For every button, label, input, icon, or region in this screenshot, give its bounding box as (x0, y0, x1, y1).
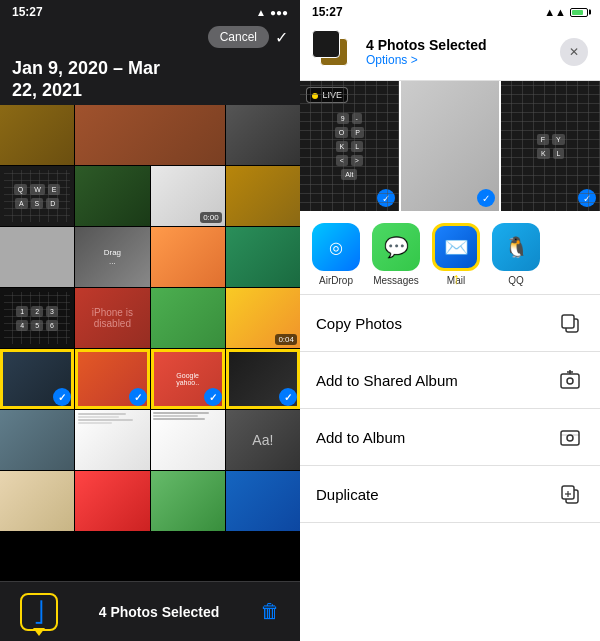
svg-point-7 (567, 435, 573, 441)
close-button[interactable]: ✕ (560, 38, 588, 66)
photo-cell[interactable]: 123 456 (0, 288, 74, 348)
cancel-button[interactable]: Cancel (208, 26, 269, 48)
photo-cell[interactable] (75, 410, 149, 470)
duplicate-icon (556, 480, 584, 508)
mail-arrow-indicator: ↑ (452, 270, 460, 288)
app-item-messages[interactable]: 💬 Messages (370, 223, 422, 286)
copy-photos-label: Copy Photos (316, 315, 402, 332)
svg-rect-6 (561, 431, 579, 445)
preview-item-3: FY KL ✓ (501, 81, 600, 211)
photo-cell-selected[interactable]: ✓ (226, 349, 300, 409)
photo-cell[interactable] (226, 166, 300, 226)
photo-cell[interactable] (75, 471, 149, 531)
photo-cell[interactable] (226, 105, 300, 165)
signal-icon: ●●● (270, 7, 288, 18)
photo-cell[interactable] (0, 410, 74, 470)
photo-cell[interactable]: 0:04 (226, 288, 300, 348)
photo-cell[interactable] (0, 471, 74, 531)
checkmark-button[interactable]: ✓ (275, 28, 288, 47)
left-header: Jan 9, 2020 – Mar22, 2021 (0, 52, 300, 105)
trash-button[interactable]: 🗑 (260, 600, 280, 623)
arrow-indicator (33, 628, 45, 636)
right-panel: 15:27 ▲▲ 4 Photos Selected Options > ✕ (300, 0, 600, 641)
close-icon: ✕ (569, 45, 579, 59)
add-album-item[interactable]: Add to Album (300, 409, 600, 466)
left-panel: 15:27 ▲ ●●● Cancel ✓ Jan 9, 2020 – Mar22… (0, 0, 300, 641)
photo-cell[interactable]: Drag... (75, 227, 149, 287)
right-status-icons: ▲▲ (544, 6, 588, 18)
wifi-icon: ▲ (256, 7, 266, 18)
photo-cell[interactable] (226, 227, 300, 287)
photo-cell[interactable] (151, 471, 225, 531)
mail-symbol: ✉️ (444, 235, 469, 259)
right-wifi-icon: ▲▲ (544, 6, 566, 18)
photo-grid: QWE ASD 0:00 Drag... 123 456 iPhone is d… (0, 105, 300, 581)
duplicate-item[interactable]: Duplicate (300, 466, 600, 523)
copy-photos-icon (556, 309, 584, 337)
preview-item-1: LIVE 9- OP KL <> Alt ✓ (300, 81, 399, 211)
add-shared-album-item[interactable]: Add to Shared Album (300, 352, 600, 409)
left-status-icons: ▲ ●●● (256, 7, 288, 18)
photo-cell-selected[interactable]: ✓ (0, 349, 74, 409)
copy-photos-item[interactable]: Copy Photos (300, 295, 600, 352)
photo-cell[interactable] (75, 166, 149, 226)
add-shared-album-label: Add to Shared Album (316, 372, 458, 389)
share-sheet-header: 4 Photos Selected Options > ✕ (300, 22, 600, 81)
messages-icon: 💬 (372, 223, 420, 271)
svg-point-3 (567, 378, 573, 384)
photo-cell[interactable] (226, 471, 300, 531)
airdrop-label: AirDrop (319, 275, 353, 286)
airdrop-symbol: ◎ (329, 238, 343, 257)
left-footer: ⎦ 4 Photos Selected 🗑 (0, 581, 300, 641)
svg-rect-1 (562, 315, 574, 328)
app-item-qq[interactable]: 🐧 QQ (490, 223, 542, 286)
svg-rect-2 (561, 374, 579, 388)
left-header-controls: Cancel ✓ (0, 22, 300, 52)
app-row: ◎ AirDrop 💬 Messages ✉️ ↑ Mail 🐧 QQ (300, 211, 600, 295)
photo-cell[interactable] (151, 227, 225, 287)
preview-item-2: ✓ (401, 81, 500, 211)
photo-cell[interactable]: 0:00 (151, 166, 225, 226)
keyboard-preview-keys-2: FY KL (501, 81, 600, 211)
app-item-airdrop[interactable]: ◎ AirDrop (310, 223, 362, 286)
options-link[interactable]: Options > (366, 53, 487, 67)
thumb-mini-1 (312, 30, 340, 58)
photo-thumbs-group (312, 30, 356, 74)
share-sheet-info: 4 Photos Selected Options > (366, 37, 487, 67)
preview-strip: LIVE 9- OP KL <> Alt ✓ (300, 81, 600, 211)
photo-cell[interactable] (0, 105, 74, 165)
mail-icon: ✉️ (432, 223, 480, 271)
preview-check-2: ✓ (477, 189, 495, 207)
share-button[interactable]: ⎦ (20, 593, 58, 631)
photo-cell[interactable] (151, 288, 225, 348)
right-status-bar: 15:27 ▲▲ (300, 0, 600, 22)
photo-cell-selected[interactable]: Googleyahoo.. ✓ (151, 349, 225, 409)
photo-cell[interactable]: QWE ASD (0, 166, 74, 226)
qq-symbol: 🐧 (504, 235, 529, 259)
app-item-mail[interactable]: ✉️ ↑ Mail (430, 223, 482, 286)
date-range: Jan 9, 2020 – Mar22, 2021 (12, 58, 288, 101)
photo-cell[interactable] (75, 105, 225, 165)
share-icon: ⎦ (34, 600, 44, 624)
add-album-label: Add to Album (316, 429, 405, 446)
messages-symbol: 💬 (384, 235, 409, 259)
photo-cell-selected[interactable]: ✓ (75, 349, 149, 409)
share-sheet-left-info: 4 Photos Selected Options > (312, 30, 487, 74)
add-shared-album-icon (556, 366, 584, 394)
duplicate-label: Duplicate (316, 486, 379, 503)
photo-cell[interactable]: iPhone is disabled (75, 288, 149, 348)
share-button-wrapper: ⎦ (20, 593, 58, 631)
qq-icon: 🐧 (492, 223, 540, 271)
action-list: Copy Photos Add to Shared Album Add (300, 295, 600, 641)
left-status-bar: 15:27 ▲ ●●● (0, 0, 300, 22)
right-time: 15:27 (312, 5, 343, 19)
battery-icon (570, 8, 588, 17)
messages-label: Messages (373, 275, 419, 286)
keyboard-preview-keys: 9- OP KL <> Alt (300, 81, 399, 211)
photo-cell[interactable]: Aa! (226, 410, 300, 470)
airdrop-icon: ◎ (312, 223, 360, 271)
add-album-icon (556, 423, 584, 451)
photo-cell[interactable] (151, 410, 225, 470)
photo-cell[interactable] (0, 227, 74, 287)
selected-count-label: 4 Photos Selected (99, 604, 220, 620)
